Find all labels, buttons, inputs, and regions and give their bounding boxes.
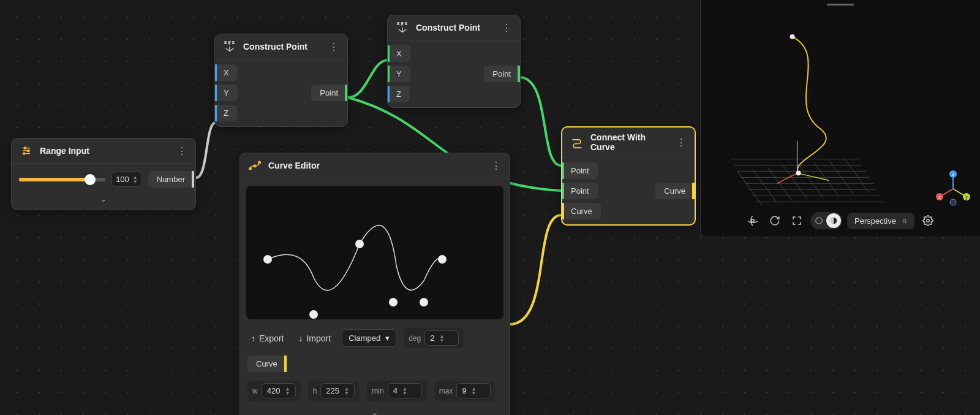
range-value-input[interactable]: 100 ▲▼ [111, 172, 142, 187]
node-header[interactable]: Range Input ⋮ [12, 139, 195, 164]
svg-text:y: y [401, 21, 403, 25]
node-connect-with-curve[interactable]: Connect With Curve ⋮ Point Point Curve C… [561, 126, 696, 226]
output-port-curve[interactable]: Curve [655, 183, 695, 199]
output-port-point[interactable]: Point [484, 66, 520, 82]
expand-chevron-icon[interactable]: ⌄ [18, 194, 189, 205]
arrow-down-icon: ↓ [298, 333, 303, 343]
output-port-number[interactable]: Number [148, 171, 194, 188]
node-header[interactable]: xyz Construct Point ⋮ [215, 34, 347, 59]
stepper-icon[interactable]: ▲▼ [285, 387, 290, 395]
input-port-point-2[interactable]: Point [562, 183, 598, 199]
range-value: 100 [116, 175, 129, 184]
node-menu-button[interactable]: ⋮ [328, 41, 340, 53]
svg-point-1 [24, 147, 26, 149]
chevron-down-icon: ▾ [385, 333, 390, 343]
stepper-icon[interactable]: ▲▼ [344, 387, 349, 395]
solid-mode-icon[interactable] [826, 213, 841, 228]
svg-text:x: x [225, 40, 227, 44]
svg-text:z: z [952, 172, 954, 177]
import-button[interactable]: ↓ Import [295, 331, 334, 346]
deg-label: deg [409, 334, 421, 343]
arrow-up-icon: ↑ [251, 333, 255, 343]
svg-text:z: z [405, 21, 407, 25]
input-port-y[interactable]: Y [215, 85, 238, 101]
node-menu-button[interactable]: ⋮ [176, 145, 188, 157]
input-port-x[interactable]: X [388, 45, 410, 62]
svg-line-17 [402, 29, 406, 32]
node-construct-point-2[interactable]: xyz Construct Point ⋮ X Y Point Z [387, 15, 521, 108]
slider-thumb[interactable] [85, 174, 96, 185]
degree-input-group: deg 2 ▲▼ [404, 328, 464, 348]
shading-toggle[interactable] [810, 212, 842, 229]
orbit-icon[interactable] [744, 212, 761, 229]
svg-line-36 [753, 169, 777, 203]
svg-line-10 [226, 48, 230, 51]
svg-point-25 [420, 298, 428, 306]
svg-line-35 [737, 171, 762, 205]
svg-text:y: y [965, 195, 968, 200]
fullscreen-icon[interactable] [788, 212, 805, 229]
min-input[interactable]: 4▲▼ [388, 383, 422, 398]
svg-point-23 [355, 240, 364, 248]
svg-point-24 [389, 298, 398, 306]
output-port-curve[interactable]: Curve [247, 356, 287, 372]
svg-point-57 [950, 199, 956, 205]
svg-line-38 [783, 166, 808, 199]
node-menu-button[interactable]: ⋮ [490, 160, 502, 172]
max-input[interactable]: 9▲▼ [456, 383, 491, 398]
node-title: Range Input [40, 146, 170, 156]
input-port-y[interactable]: Y [388, 66, 410, 82]
projection-select[interactable]: Perspective ⇅ [847, 213, 914, 229]
input-port-z[interactable]: Z [388, 86, 410, 102]
svg-line-42 [844, 158, 869, 192]
curve-mode-select[interactable]: Clamped ▾ [342, 329, 396, 347]
node-title: Connect With Curve [590, 132, 669, 152]
sliders-icon [19, 143, 34, 158]
stepper-icon[interactable]: ▲▼ [402, 387, 407, 395]
height-input[interactable]: 225▲▼ [320, 383, 355, 398]
stepper-icon[interactable]: ▲▼ [439, 334, 444, 343]
input-port-curve[interactable]: Curve [562, 203, 601, 219]
node-title: Construct Point [416, 23, 494, 32]
stepper-icon[interactable]: ▲▼ [472, 387, 477, 395]
export-button[interactable]: ↑ Export [247, 331, 287, 346]
node-menu-button[interactable]: ⋮ [675, 137, 687, 148]
svg-point-47 [796, 170, 801, 175]
svg-text:x: x [938, 195, 941, 199]
node-header[interactable]: xyz Construct Point ⋮ [388, 15, 520, 40]
node-header[interactable]: Curve Editor ⋮ [240, 153, 510, 178]
input-port-z[interactable]: Z [215, 105, 237, 121]
svg-point-21 [263, 255, 272, 264]
svg-text:y: y [228, 40, 230, 44]
degree-input[interactable]: 2 ▲▼ [424, 330, 459, 346]
svg-text:z: z [233, 40, 235, 44]
wireframe-mode-icon[interactable] [812, 213, 826, 228]
select-arrows-icon: ⇅ [902, 218, 907, 224]
stepper-icon[interactable]: ▲▼ [133, 175, 138, 184]
range-slider[interactable] [19, 178, 105, 181]
settings-button[interactable] [919, 212, 937, 229]
node-curve-editor[interactable]: Curve Editor ⋮ ↑ Export ↓ Import [239, 153, 510, 415]
expand-chevron-icon[interactable]: ⌄ [246, 407, 503, 415]
output-port-point[interactable]: Point [311, 85, 347, 101]
input-port-point-1[interactable]: Point [562, 162, 598, 179]
input-port-x[interactable]: X [215, 64, 238, 81]
w-label: w [252, 387, 258, 395]
viewport-3d[interactable]: z y x Perspective ⇅ [700, 0, 980, 237]
node-range-input[interactable]: Range Input ⋮ 100 ▲▼ Number ⌄ [11, 138, 196, 210]
h-label: h [313, 387, 317, 395]
svg-point-59 [816, 218, 823, 224]
axis-gizmo[interactable]: z y x [935, 170, 971, 207]
svg-point-18 [249, 167, 251, 169]
svg-point-61 [927, 219, 930, 223]
node-construct-point-1[interactable]: xyz Construct Point ⋮ X Y Point Z [214, 34, 348, 127]
svg-point-5 [23, 153, 25, 154]
node-menu-button[interactable]: ⋮ [500, 22, 513, 34]
curve-canvas[interactable] [246, 186, 503, 319]
width-input[interactable]: 420▲▼ [262, 383, 296, 398]
xyz-point-icon: xyz [395, 20, 410, 35]
refresh-icon[interactable] [766, 212, 783, 229]
node-title: Curve Editor [268, 161, 484, 170]
svg-point-3 [28, 150, 29, 152]
node-header[interactable]: Connect With Curve ⋮ [562, 128, 695, 158]
